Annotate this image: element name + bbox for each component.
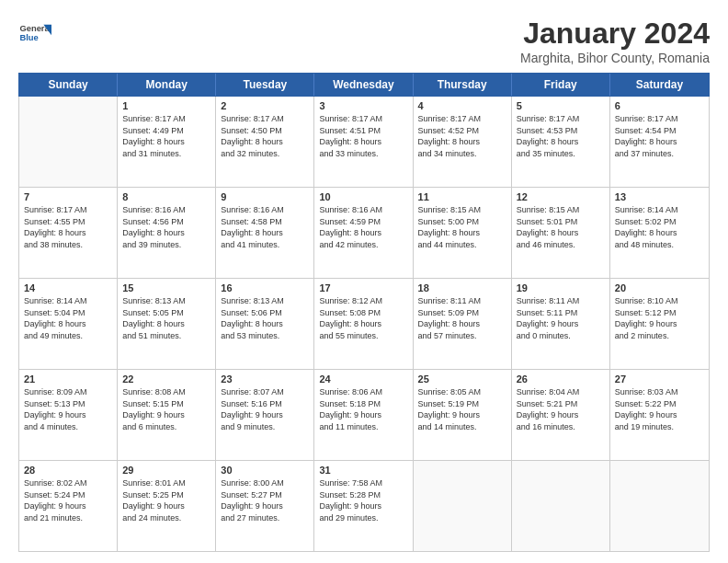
calendar-cell: 2Sunrise: 8:17 AM Sunset: 4:50 PM Daylig… <box>216 97 314 187</box>
day-number: 31 <box>319 465 407 476</box>
cell-info: Sunrise: 8:02 AM Sunset: 5:24 PM Dayligh… <box>24 477 112 523</box>
calendar-cell: 24Sunrise: 8:06 AM Sunset: 5:18 PM Dayli… <box>314 370 413 460</box>
cell-info: Sunrise: 8:15 AM Sunset: 5:00 PM Dayligh… <box>418 204 506 250</box>
calendar-body: 1Sunrise: 8:17 AM Sunset: 4:49 PM Daylig… <box>18 97 710 552</box>
title-section: January 2024 Marghita, Bihor County, Rom… <box>520 17 710 65</box>
day-number: 8 <box>122 191 210 202</box>
calendar-cell: 30Sunrise: 8:00 AM Sunset: 5:27 PM Dayli… <box>216 461 314 551</box>
cell-info: Sunrise: 8:06 AM Sunset: 5:18 PM Dayligh… <box>319 386 407 432</box>
calendar-cell: 20Sunrise: 8:10 AM Sunset: 5:12 PM Dayli… <box>610 279 709 369</box>
day-number: 2 <box>221 100 309 111</box>
calendar-cell: 4Sunrise: 8:17 AM Sunset: 4:52 PM Daylig… <box>414 97 512 187</box>
day-number: 6 <box>615 100 704 111</box>
calendar-cell: 18Sunrise: 8:11 AM Sunset: 5:09 PM Dayli… <box>414 279 512 369</box>
day-of-week-wednesday: Wednesday <box>314 74 413 96</box>
calendar-cell: 16Sunrise: 8:13 AM Sunset: 5:06 PM Dayli… <box>216 279 314 369</box>
svg-text:Blue: Blue <box>19 33 38 42</box>
cell-info: Sunrise: 8:17 AM Sunset: 4:54 PM Dayligh… <box>615 113 704 159</box>
cell-info: Sunrise: 8:16 AM Sunset: 4:59 PM Dayligh… <box>319 204 407 250</box>
cell-info: Sunrise: 8:08 AM Sunset: 5:15 PM Dayligh… <box>122 386 210 432</box>
day-of-week-friday: Friday <box>512 74 610 96</box>
day-number: 1 <box>122 100 210 111</box>
day-number: 18 <box>418 282 506 293</box>
day-number: 10 <box>319 191 407 202</box>
cell-info: Sunrise: 7:58 AM Sunset: 5:28 PM Dayligh… <box>319 477 407 523</box>
cell-info: Sunrise: 8:07 AM Sunset: 5:16 PM Dayligh… <box>221 386 309 432</box>
day-number: 22 <box>122 373 210 385</box>
cell-info: Sunrise: 8:17 AM Sunset: 4:49 PM Dayligh… <box>122 113 210 159</box>
cell-info: Sunrise: 8:04 AM Sunset: 5:21 PM Dayligh… <box>517 386 605 432</box>
day-number: 3 <box>319 100 407 111</box>
calendar-cell: 6Sunrise: 8:17 AM Sunset: 4:54 PM Daylig… <box>610 97 709 187</box>
day-of-week-saturday: Saturday <box>610 74 709 96</box>
cell-info: Sunrise: 8:05 AM Sunset: 5:19 PM Dayligh… <box>418 386 506 432</box>
calendar-cell: 23Sunrise: 8:07 AM Sunset: 5:16 PM Dayli… <box>216 370 314 460</box>
calendar-cell: 27Sunrise: 8:03 AM Sunset: 5:22 PM Dayli… <box>610 370 709 460</box>
day-number: 5 <box>517 100 605 111</box>
calendar-cell: 31Sunrise: 7:58 AM Sunset: 5:28 PM Dayli… <box>314 461 413 551</box>
calendar-cell: 7Sunrise: 8:17 AM Sunset: 4:55 PM Daylig… <box>19 188 118 278</box>
day-number: 29 <box>122 465 210 476</box>
cell-info: Sunrise: 8:00 AM Sunset: 5:27 PM Dayligh… <box>221 477 309 523</box>
cell-info: Sunrise: 8:16 AM Sunset: 4:58 PM Dayligh… <box>221 204 309 250</box>
calendar-cell: 22Sunrise: 8:08 AM Sunset: 5:15 PM Dayli… <box>118 370 216 460</box>
day-number: 14 <box>24 282 112 293</box>
day-number: 9 <box>221 191 309 202</box>
logo: General Blue <box>18 17 55 50</box>
day-number: 7 <box>24 191 112 202</box>
calendar-cell: 15Sunrise: 8:13 AM Sunset: 5:05 PM Dayli… <box>118 279 216 369</box>
day-of-week-sunday: Sunday <box>19 74 118 96</box>
day-number: 17 <box>319 282 407 293</box>
calendar-cell: 13Sunrise: 8:14 AM Sunset: 5:02 PM Dayli… <box>610 188 709 278</box>
calendar-row-2: 7Sunrise: 8:17 AM Sunset: 4:55 PM Daylig… <box>19 188 709 279</box>
calendar-row-4: 21Sunrise: 8:09 AM Sunset: 5:13 PM Dayli… <box>19 370 709 461</box>
day-number: 12 <box>517 191 605 202</box>
cell-info: Sunrise: 8:03 AM Sunset: 5:22 PM Dayligh… <box>615 386 704 432</box>
cell-info: Sunrise: 8:15 AM Sunset: 5:01 PM Dayligh… <box>517 204 605 250</box>
day-number: 4 <box>418 100 506 111</box>
calendar-cell: 21Sunrise: 8:09 AM Sunset: 5:13 PM Dayli… <box>19 370 118 460</box>
calendar-cell: 5Sunrise: 8:17 AM Sunset: 4:53 PM Daylig… <box>512 97 610 187</box>
cell-info: Sunrise: 8:12 AM Sunset: 5:08 PM Dayligh… <box>319 295 407 341</box>
calendar-row-1: 1Sunrise: 8:17 AM Sunset: 4:49 PM Daylig… <box>19 97 709 188</box>
cell-info: Sunrise: 8:17 AM Sunset: 4:55 PM Dayligh… <box>24 204 112 250</box>
calendar-cell <box>414 461 512 551</box>
page: General Blue January 2024 Marghita, Biho… <box>0 0 728 563</box>
cell-info: Sunrise: 8:17 AM Sunset: 4:52 PM Dayligh… <box>418 113 506 159</box>
calendar-cell: 1Sunrise: 8:17 AM Sunset: 4:49 PM Daylig… <box>118 97 216 187</box>
day-number: 13 <box>615 191 704 202</box>
calendar-cell: 11Sunrise: 8:15 AM Sunset: 5:00 PM Dayli… <box>414 188 512 278</box>
subtitle: Marghita, Bihor County, Romania <box>520 51 710 65</box>
day-number: 24 <box>319 373 407 385</box>
day-number: 19 <box>517 282 605 293</box>
day-number: 15 <box>122 282 210 293</box>
calendar-cell: 3Sunrise: 8:17 AM Sunset: 4:51 PM Daylig… <box>314 97 413 187</box>
calendar-header: SundayMondayTuesdayWednesdayThursdayFrid… <box>18 73 710 97</box>
day-number: 23 <box>221 373 309 385</box>
cell-info: Sunrise: 8:11 AM Sunset: 5:11 PM Dayligh… <box>517 295 605 341</box>
calendar-cell <box>512 461 610 551</box>
calendar-cell: 17Sunrise: 8:12 AM Sunset: 5:08 PM Dayli… <box>314 279 413 369</box>
cell-info: Sunrise: 8:13 AM Sunset: 5:05 PM Dayligh… <box>122 295 210 341</box>
cell-info: Sunrise: 8:17 AM Sunset: 4:51 PM Dayligh… <box>319 113 407 159</box>
cell-info: Sunrise: 8:17 AM Sunset: 4:50 PM Dayligh… <box>221 113 309 159</box>
cell-info: Sunrise: 8:14 AM Sunset: 5:04 PM Dayligh… <box>24 295 112 341</box>
header: General Blue January 2024 Marghita, Biho… <box>18 17 710 65</box>
calendar-row-3: 14Sunrise: 8:14 AM Sunset: 5:04 PM Dayli… <box>19 279 709 370</box>
logo-icon: General Blue <box>18 17 51 50</box>
day-number: 16 <box>221 282 309 293</box>
day-number: 28 <box>24 465 112 476</box>
calendar-cell: 28Sunrise: 8:02 AM Sunset: 5:24 PM Dayli… <box>19 461 118 551</box>
day-number: 21 <box>24 373 112 385</box>
day-of-week-monday: Monday <box>118 74 216 96</box>
calendar-cell: 9Sunrise: 8:16 AM Sunset: 4:58 PM Daylig… <box>216 188 314 278</box>
calendar-cell: 25Sunrise: 8:05 AM Sunset: 5:19 PM Dayli… <box>414 370 512 460</box>
calendar-cell: 26Sunrise: 8:04 AM Sunset: 5:21 PM Dayli… <box>512 370 610 460</box>
day-number: 11 <box>418 191 506 202</box>
day-number: 27 <box>615 373 704 385</box>
cell-info: Sunrise: 8:09 AM Sunset: 5:13 PM Dayligh… <box>24 386 112 432</box>
calendar-cell: 12Sunrise: 8:15 AM Sunset: 5:01 PM Dayli… <box>512 188 610 278</box>
calendar-cell <box>610 461 709 551</box>
cell-info: Sunrise: 8:01 AM Sunset: 5:25 PM Dayligh… <box>122 477 210 523</box>
cell-info: Sunrise: 8:16 AM Sunset: 4:56 PM Dayligh… <box>122 204 210 250</box>
